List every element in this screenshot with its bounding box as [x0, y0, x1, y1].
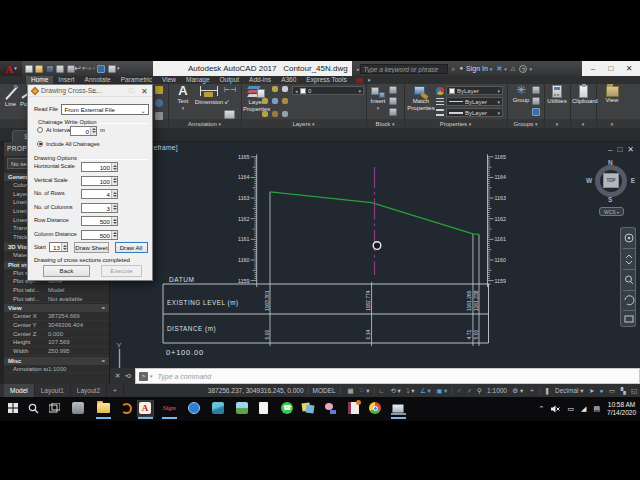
ribbon-tab-a360[interactable]: A360: [276, 76, 301, 84]
layer-match-icon[interactable]: [282, 98, 288, 104]
start-input[interactable]: 13: [49, 242, 68, 252]
status-cloud-icon[interactable]: ●: [600, 387, 604, 394]
file-explorer-icon[interactable]: [96, 401, 111, 416]
app-store-icon[interactable]: △: [511, 61, 516, 76]
autocad-app-menu-button[interactable]: A▾: [0, 61, 22, 76]
sign-in-dropdown-icon[interactable]: ▾: [490, 66, 493, 72]
battery-icon[interactable]: ▭: [567, 405, 574, 413]
palette-row[interactable]: Center Z0.000: [4, 330, 110, 339]
status-model-label[interactable]: MODEL: [308, 387, 341, 394]
palette-row[interactable]: Annotation sc...1:1000: [4, 365, 110, 374]
include-all-radio[interactable]: [37, 141, 43, 147]
ribbon-tab-home[interactable]: Home: [26, 76, 53, 84]
dialog-row-spinner[interactable]: [111, 177, 117, 185]
dialog-row-input[interactable]: 4: [81, 189, 119, 199]
help-dropdown-icon[interactable]: ▾: [529, 66, 532, 72]
status-annotation-auto-icon[interactable]: ♂: [467, 387, 472, 394]
at-interval-input[interactable]: 0: [70, 126, 97, 136]
dialog-row-input[interactable]: 100: [81, 176, 119, 186]
taskbar-app-pink[interactable]: [323, 401, 338, 416]
ribbon-tab-view[interactable]: View: [157, 76, 181, 84]
lineweight-dropdown[interactable]: ByLayer▾: [446, 108, 503, 117]
block-panel-label[interactable]: Block ▾: [366, 120, 404, 128]
open-file-icon[interactable]: [35, 65, 43, 73]
layer-walk-icon[interactable]: [262, 111, 268, 117]
layers-panel-label[interactable]: Layers ▾: [241, 120, 366, 128]
status-isolate-icon[interactable]: ❚: [544, 387, 549, 395]
block-attach-icon[interactable]: [389, 108, 397, 116]
properties-panel-label[interactable]: Properties ▾: [404, 120, 507, 128]
block-attr-icon[interactable]: [389, 97, 397, 105]
minimize-button[interactable]: –: [584, 61, 602, 76]
match-properties-button[interactable]: Match Properties: [407, 84, 435, 111]
save-as-icon[interactable]: [56, 65, 64, 73]
ribbon-tab-output[interactable]: Output: [215, 76, 245, 84]
dimension-tool-button[interactable]: Dimension: [194, 84, 224, 106]
palette-row[interactable]: Plot tabl...Not available: [4, 295, 110, 304]
taskbar-app-document[interactable]: [256, 401, 271, 416]
ribbon-tab-insert[interactable]: Insert: [53, 76, 79, 84]
palette-section-view[interactable]: View=: [4, 303, 110, 312]
text-tool-button[interactable]: AText▾: [172, 84, 194, 111]
whatsapp-icon[interactable]: ☎: [280, 401, 295, 416]
status-ortho-icon[interactable]: ⟲ ▾: [390, 387, 401, 395]
utilities-panel-label[interactable]: ▾: [544, 120, 570, 128]
group-selection-icon[interactable]: [532, 108, 540, 116]
status-graphics-icon[interactable]: ▚: [621, 387, 626, 395]
status-polar-icon[interactable]: ⤵ ▾: [406, 387, 414, 395]
back-button[interactable]: Back: [43, 265, 90, 277]
layer-vpfreeze-icon[interactable]: [282, 111, 288, 117]
sign-in-button[interactable]: Sign In: [466, 65, 488, 72]
layer-freeze-icon[interactable]: [262, 98, 268, 104]
clipboard-panel-label[interactable]: ▾: [570, 120, 596, 128]
layer-lock-icon[interactable]: [272, 98, 278, 104]
redo-icon[interactable]: ↪: [85, 64, 92, 73]
dialog-row-input[interactable]: 500: [81, 230, 119, 240]
render-icon[interactable]: [108, 65, 116, 73]
ribbon-tab-add-ins[interactable]: Add-ins: [244, 76, 276, 84]
command-recent-dropdown-icon[interactable]: ▾: [150, 373, 153, 379]
status-osnap-icon[interactable]: ▣ ▾: [436, 387, 447, 395]
start-button[interactable]: [6, 401, 21, 416]
dialog-close-button[interactable]: ✕: [141, 87, 148, 96]
block-edit-icon[interactable]: [389, 86, 397, 94]
at-interval-spinner[interactable]: [90, 127, 96, 135]
dialog-row-spinner[interactable]: [111, 163, 117, 171]
status-clean-screen-icon[interactable]: ◱: [631, 387, 637, 395]
command-line[interactable]: > ▾ Type a command: [135, 368, 640, 384]
at-interval-radio[interactable]: [37, 127, 43, 133]
taskbar-search-icon[interactable]: [26, 401, 41, 416]
touch-keyboard-icon[interactable]: ▤: [593, 405, 600, 413]
group-button[interactable]: ✳Group: [511, 84, 531, 104]
chrome-icon[interactable]: [368, 401, 383, 416]
dialog-title-bar[interactable]: Drawing Cross-Se... – □ ✕: [28, 85, 152, 97]
annotation-panel-label[interactable]: Annotation ▾: [168, 120, 241, 128]
layout-tab-layout2[interactable]: Layout2: [71, 384, 107, 397]
status-scale-label[interactable]: 1:1000: [487, 387, 507, 394]
layout-tab-+[interactable]: +: [107, 384, 124, 397]
palette-section-misc[interactable]: Misc=: [4, 356, 110, 365]
dialog-row-spinner[interactable]: [111, 190, 117, 198]
ribbon-extra-tab-icon[interactable]: [356, 78, 363, 83]
table-icon[interactable]: [224, 110, 235, 119]
help-icon[interactable]: ?: [519, 65, 527, 73]
status-plus-icon[interactable]: ＋: [529, 386, 536, 395]
status-monitor-icon[interactable]: ▭: [609, 387, 615, 395]
status-snap-icon[interactable]: ⁙ ▾: [359, 387, 370, 395]
command-input[interactable]: Type a command: [158, 373, 212, 380]
ribbon-tab-annotate[interactable]: Annotate: [80, 76, 116, 84]
draw-sheet-button[interactable]: Draw Sheet: [74, 242, 109, 253]
execute-button[interactable]: Execute: [101, 265, 142, 277]
volume-muted-icon[interactable]: [551, 405, 560, 414]
layer-isolate-icon[interactable]: [282, 86, 288, 92]
status-osnap-track-icon[interactable]: ∠ ▾: [420, 387, 431, 395]
new-file-icon[interactable]: [25, 65, 33, 73]
start-spinner[interactable]: [61, 243, 67, 251]
taskbar-app-maps[interactable]: [71, 401, 86, 416]
leader-icon[interactable]: ↙: [224, 98, 236, 106]
line-tool-button[interactable]: Line: [2, 85, 19, 108]
a360-dropdown-icon[interactable]: ▾: [504, 66, 507, 72]
layout-tab-layout1[interactable]: Layout1: [35, 384, 71, 397]
redo-dropdown-icon[interactable]: ▾: [92, 64, 95, 73]
utilities-button[interactable]: Utilities: [546, 84, 568, 105]
